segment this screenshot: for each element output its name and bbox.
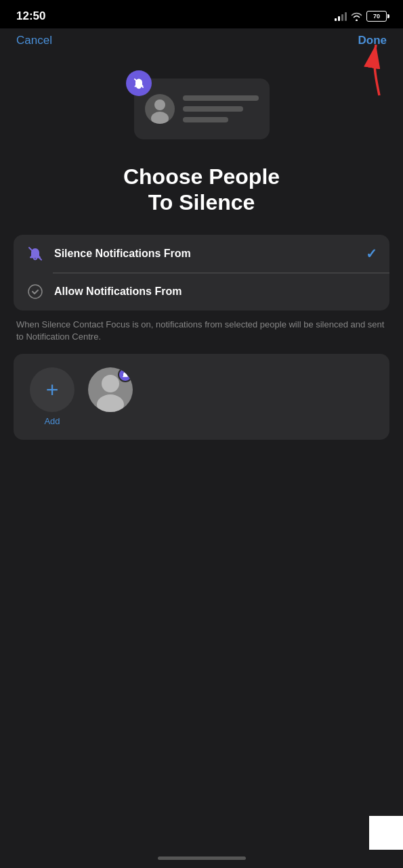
allow-notifications-icon <box>26 282 45 301</box>
battery-icon: 70 <box>366 11 387 22</box>
done-button[interactable]: Done <box>358 34 387 47</box>
status-time: 12:50 <box>16 9 45 23</box>
watermark-box <box>369 816 403 850</box>
nav-bar: Cancel Done <box>0 28 403 58</box>
svg-point-3 <box>151 112 169 124</box>
home-indicator <box>158 856 246 860</box>
contact-avatar <box>88 367 133 412</box>
illustration-card <box>134 78 270 139</box>
bell-slash-icon <box>26 244 45 263</box>
add-person-button[interactable]: + Add <box>30 367 75 426</box>
contact-item[interactable] <box>88 367 133 412</box>
contact-mute-badge <box>118 367 133 382</box>
plus-icon: + <box>46 379 59 401</box>
wifi-icon <box>351 12 362 21</box>
main-content: Choose PeopleTo Silence Silence Notifica… <box>0 58 403 868</box>
svg-point-2 <box>154 99 165 110</box>
hero-illustration <box>0 58 403 153</box>
description-text: When Silence Contact Focus is on, notifi… <box>16 319 387 343</box>
silence-notifications-label: Silence Notifications From <box>54 248 356 260</box>
allow-notifications-option[interactable]: Allow Notifications From <box>14 273 389 311</box>
options-list: Silence Notifications From ✓ Allow Notif… <box>14 235 389 311</box>
illustration-avatar <box>145 94 175 124</box>
signal-icon <box>335 12 347 21</box>
silence-notifications-option[interactable]: Silence Notifications From ✓ <box>14 235 389 273</box>
mute-badge <box>126 70 152 96</box>
svg-point-5 <box>28 285 42 298</box>
status-bar: 12:50 70 <box>0 0 403 28</box>
svg-point-7 <box>97 394 124 412</box>
illustration-lines <box>183 95 259 122</box>
cancel-button[interactable]: Cancel <box>16 34 52 47</box>
svg-point-6 <box>102 375 119 392</box>
page-title: Choose PeopleTo Silence <box>0 153 403 221</box>
checkmark-icon: ✓ <box>366 246 377 262</box>
status-icons: 70 <box>335 11 387 22</box>
allow-notifications-label: Allow Notifications From <box>54 285 377 298</box>
add-label: Add <box>44 416 60 426</box>
people-grid: + Add <box>14 354 389 440</box>
add-circle: + <box>30 367 75 412</box>
